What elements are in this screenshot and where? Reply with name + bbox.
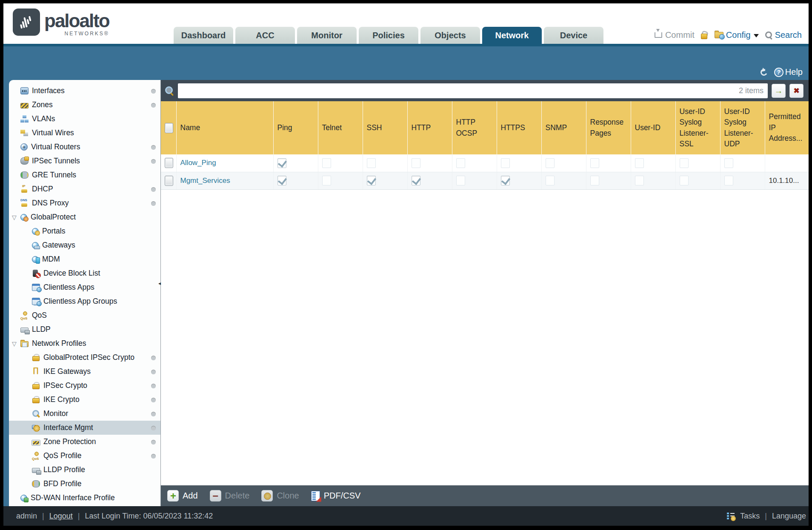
sidebar-item-virtual-routers[interactable]: Virtual Routers [9,140,160,154]
sidebar-item-globalprotect[interactable]: ▽GlobalProtect [9,210,160,224]
sidebar-item-label: Portals [42,227,65,236]
sidebar-item-zones[interactable]: Zones [9,98,160,112]
tab-device[interactable]: Device [544,27,603,44]
column-header-user-id-syslog-listener-ssl[interactable]: User-ID Syslog Listener-SSL [675,101,720,154]
column-header-https[interactable]: HTTPS [497,101,541,154]
sidebar-item-label: Interfaces [32,86,65,95]
sidebar-item-ipsec-crypto[interactable]: IPSec Crypto [9,379,160,393]
column-header-name[interactable]: Name [176,101,273,154]
column-header-user-id[interactable]: User-ID [631,101,675,154]
sidebar-item-label: GRE Tunnels [32,171,76,180]
sidebar-item-ike-gateways[interactable]: IKE Gateways [9,365,160,379]
clear-filter-button[interactable] [789,84,803,98]
zones-icon [20,103,29,108]
help-button[interactable]: Help [774,67,803,77]
sidebar-item-dhcp[interactable]: DHCP [9,182,160,196]
sidebar-item-gateways[interactable]: Gateways [9,238,160,252]
sidebar-item-vlans[interactable]: VLANs [9,112,160,126]
sidebar-item-clientless-apps[interactable]: Clientless Apps [9,280,160,294]
column-header-response-pages[interactable]: Response Pages [586,101,631,154]
lldp-icon [32,468,40,473]
expand-caret-icon[interactable]: ▽ [12,341,17,347]
column-header-snmp[interactable]: SNMP [541,101,586,154]
sidebar-item-sd-wan-interface-profile[interactable]: SD-WAN Interface Profile [9,491,160,505]
profile-name-link[interactable]: Allow_Ping [180,159,216,167]
global-search-button[interactable]: Search [765,30,802,40]
item-status-dot [151,440,156,445]
column-header-permitted-ip-address[interactable]: Permitted IP Address... [765,101,809,154]
sidebar-item-label: IPSec Tunnels [32,157,80,165]
column-header-user-id-syslog-listener-udp[interactable]: User-ID Syslog Listener-UDP [720,101,765,154]
service-check-http-ocsp [456,158,465,168]
refresh-icon[interactable] [760,68,769,77]
select-all-checkbox[interactable] [165,123,173,133]
sidebar-item-qos-profile[interactable]: QoS Profile [9,449,160,463]
row-select-checkbox[interactable] [165,158,173,168]
sidebar-item-virtual-wires[interactable]: Virtual Wires [9,126,160,140]
tab-objects[interactable]: Objects [420,27,480,44]
sidebar-item-bfd-profile[interactable]: BFD Profile [9,477,160,491]
item-status-dot [151,426,156,430]
sidebar-item-zone-protection[interactable]: Zone Protection [9,435,160,449]
column-header-http-ocsp[interactable]: HTTP OCSP [452,101,497,154]
dhcp-icon [20,185,29,193]
vlans-icon [20,115,29,123]
sidebar-item-lldp-profile[interactable]: LLDP Profile [9,463,160,477]
add-button[interactable]: Add [167,490,198,502]
sidebar-item-qos[interactable]: QoS [9,308,160,322]
service-check-ssh [367,176,376,185]
tab-dashboard[interactable]: Dashboard [174,27,233,44]
language-button[interactable]: Language [772,512,806,521]
sidebar-item-label: Clientless Apps [43,283,94,292]
column-header-telnet[interactable]: Telnet [318,101,363,154]
commit-button[interactable]: Commit [655,30,695,40]
filter-search-icon [165,86,174,95]
sidebar-item-monitor[interactable]: Monitor [9,407,160,421]
sidebar-item-interfaces[interactable]: Interfaces [9,84,160,98]
column-header-ssh[interactable]: SSH [363,101,407,154]
profile-name-link[interactable]: Mgmt_Services [180,177,230,185]
logout-link[interactable]: Logout [49,512,73,521]
row-select-checkbox[interactable] [165,176,173,186]
sidebar-item-lldp[interactable]: LLDP [9,322,160,336]
sidebar-item-gre-tunnels[interactable]: GRE Tunnels [9,168,160,182]
sidebar-item-network-profiles[interactable]: ▽Network Profiles [9,336,160,350]
sidebar-item-label: LLDP [32,325,51,334]
table-action-bar: Add Delete Clone PDF/CSV [161,485,809,506]
filter-input[interactable] [178,83,768,98]
brand-subtitle: NETWORKS® [65,31,109,37]
clone-button[interactable]: Clone [261,490,299,502]
service-check-ssh [367,158,376,168]
column-header-http[interactable]: HTTP [407,101,452,154]
sidebar-item-globalprotect-ipsec-crypto[interactable]: GlobalProtect IPSec Crypto [9,350,160,365]
sidebar-item-portals[interactable]: Portals [9,224,160,238]
pdf-csv-button[interactable]: PDF/CSV [311,491,361,501]
tasks-button[interactable]: Tasks [740,512,760,521]
tab-acc[interactable]: ACC [235,27,295,44]
sidebar-item-device-block-list[interactable]: Device Block List [9,266,160,280]
config-menu-button[interactable]: Config [715,30,759,40]
tab-policies[interactable]: Policies [359,27,418,44]
sidebar-item-interface-mgmt[interactable]: Interface Mgmt [9,421,160,435]
device-block-list-icon [33,270,38,277]
sidebar-item-dns-proxy[interactable]: DNS Proxy [9,196,160,210]
apply-filter-button[interactable] [772,84,786,98]
tab-monitor[interactable]: Monitor [297,27,357,44]
service-check-ping [277,176,286,185]
sidebar-collapse-handle[interactable] [158,280,161,286]
sidebar-item-ike-crypto[interactable]: IKE Crypto [9,393,160,407]
column-header-ping[interactable]: Ping [273,101,318,154]
service-check-response-pages [590,158,599,168]
sidebar-item-label: IKE Gateways [43,367,91,376]
sidebar-item-mdm[interactable]: MDM [9,252,160,266]
delete-button[interactable]: Delete [210,490,250,502]
tab-network[interactable]: Network [482,27,542,44]
expand-caret-icon[interactable]: ▽ [12,214,17,220]
sidebar-item-clientless-app-groups[interactable]: Clientless App Groups [9,294,160,308]
sidebar-item-label: SD-WAN Interface Profile [31,493,115,502]
lock-open-icon[interactable] [701,31,708,39]
sidebar-item-label: Virtual Wires [32,128,74,137]
globalprotect-icon [20,214,27,221]
sidebar-item-ipsec-tunnels[interactable]: IPSec Tunnels [9,154,160,168]
nav-tree-sidebar: InterfacesZonesVLANsVirtual WiresVirtual… [9,80,160,506]
